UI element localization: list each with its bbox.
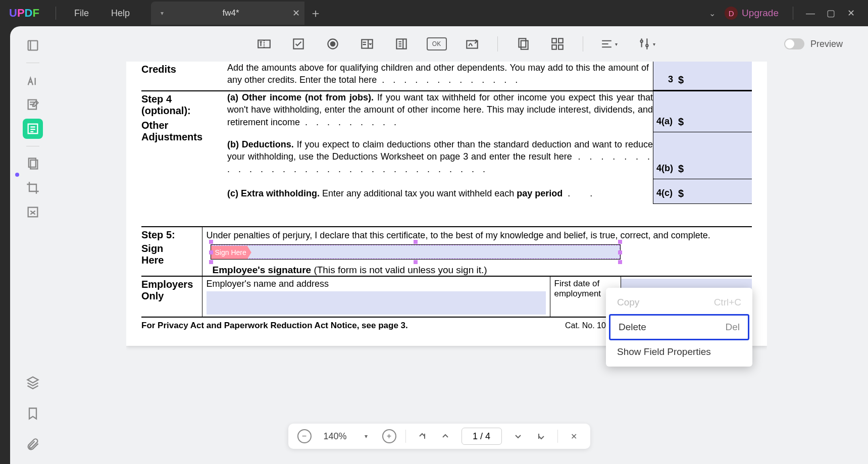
tab-list-dropdown[interactable]: ▾ (151, 2, 173, 25)
employer-name-label: Employer's name and address (207, 279, 546, 289)
step4-optional: (optional): (141, 105, 227, 117)
app-logo: UPDF (0, 7, 48, 20)
field-4c-label: 4(c) (653, 187, 676, 199)
svg-rect-18 (558, 45, 563, 49)
signature-field[interactable]: Sign Here (211, 244, 621, 260)
dropdown-tool-icon[interactable] (358, 35, 376, 53)
4b-text: (b) Deductions. If you expect to claim d… (227, 138, 653, 175)
grid-tool-icon[interactable] (548, 35, 567, 53)
field-4a-label: 4(a) (653, 115, 676, 128)
tab-fw4[interactable]: fw4* ✕ (173, 2, 304, 25)
preview-label: Preview (810, 39, 843, 49)
context-menu: CopyCtrl+C DeleteDel Show Field Properti… (606, 288, 752, 367)
text-field-tool-icon[interactable] (255, 35, 273, 53)
svg-rect-14 (521, 41, 528, 49)
page-number-input[interactable] (462, 428, 502, 445)
edit-tool-icon[interactable] (23, 94, 43, 115)
separator (405, 430, 406, 443)
listbox-tool-icon[interactable] (392, 35, 411, 53)
page-nav-bar: − 140% ▾ + ✕ (288, 424, 590, 449)
last-page-icon[interactable] (534, 429, 548, 443)
credits-label: Credits (141, 64, 176, 75)
window-minimize-icon[interactable]: — (800, 8, 821, 19)
next-page-icon[interactable] (511, 429, 525, 443)
first-page-icon[interactable] (415, 429, 429, 443)
preview-toggle[interactable] (784, 38, 804, 49)
organize-pages-icon[interactable] (23, 153, 43, 174)
radio-tool-icon[interactable] (324, 35, 342, 53)
ctx-copy: CopyCtrl+C (609, 291, 749, 314)
tab-add-button[interactable]: ＋ (304, 5, 327, 21)
employee-signature-label: Employee's signature (213, 265, 312, 275)
document-viewport[interactable]: Credits Add the amounts above for qualif… (126, 62, 767, 429)
form-tool-icon[interactable] (23, 119, 43, 139)
upgrade-badge: D (725, 7, 738, 20)
layers-icon[interactable] (23, 372, 43, 392)
content-area: OK ▾ ▾ Preview Credits Add the amounts a… (10, 26, 868, 464)
separator (497, 36, 498, 51)
copy-field-icon[interactable] (514, 35, 532, 53)
first-date-label: First date of (554, 279, 617, 289)
separator (583, 36, 583, 51)
form-settings-icon[interactable]: ▾ (634, 35, 659, 53)
menu-help[interactable]: Help (100, 8, 141, 19)
menu-file[interactable]: File (63, 8, 100, 19)
comment-tool-icon[interactable] (23, 70, 43, 90)
here-label: Here (141, 254, 200, 266)
separator (26, 63, 39, 63)
sign-here-tag: Sign Here (211, 246, 251, 259)
bookmark-icon[interactable] (23, 403, 43, 424)
upgrade-link[interactable]: Upgrade (742, 8, 779, 19)
step4-adjustments: Adjustments (141, 131, 227, 143)
window-maximize-icon[interactable]: ▢ (821, 8, 841, 19)
4c-text: (c) Extra withholding. Enter any additio… (227, 187, 653, 199)
prev-page-icon[interactable] (438, 429, 452, 443)
svg-rect-13 (519, 38, 526, 47)
svg-rect-16 (558, 38, 563, 43)
employer-name-field[interactable] (207, 291, 546, 315)
step4-label: Step 4 (141, 93, 227, 105)
field-4a-dollar: $ (676, 116, 686, 127)
step5-label: Step 5: (141, 229, 200, 241)
reader-mode-icon[interactable] (23, 35, 43, 56)
privacy-notice: For Privacy Act and Paperwork Reduction … (141, 321, 408, 330)
window-close-icon[interactable]: ✕ (841, 8, 861, 19)
field-4b-dollar: $ (676, 163, 686, 174)
step4-other: Other (141, 120, 227, 131)
ctx-show-field-properties[interactable]: Show Field Properties (609, 340, 749, 364)
tab-title: fw4* (173, 8, 288, 18)
svg-point-20 (646, 44, 648, 46)
svg-rect-15 (552, 38, 556, 43)
field-3-dollar: $ (676, 74, 686, 85)
tab-close-icon[interactable]: ✕ (288, 8, 304, 19)
align-tool-icon[interactable]: ▾ (599, 35, 618, 53)
employers-label: Employers (141, 279, 202, 290)
4a-text: (a) Other income (not from jobs). If you… (227, 91, 653, 128)
zoom-in-button[interactable]: + (382, 429, 396, 443)
signature-tool-icon[interactable] (463, 35, 481, 53)
title-bar: UPDF File Help ▾ fw4* ✕ ＋ ⌄ D Upgrade — … (0, 0, 868, 26)
field-4b-label: 4(b) (653, 162, 676, 175)
sign-label: Sign (141, 243, 200, 254)
zoom-dropdown-icon[interactable]: ▾ (359, 429, 373, 443)
only-label: Only (141, 290, 202, 302)
field-selection-outline (211, 245, 621, 259)
svg-rect-17 (552, 45, 556, 49)
tab-bar: ▾ fw4* ✕ ＋ (151, 0, 327, 26)
crop-tool-icon[interactable] (23, 178, 43, 198)
ctx-delete[interactable]: DeleteDel (609, 314, 749, 340)
close-nav-icon[interactable]: ✕ (567, 429, 581, 443)
chevron-down-icon[interactable]: ⌄ (700, 9, 725, 18)
svg-point-19 (641, 40, 643, 42)
checkbox-tool-icon[interactable] (289, 35, 308, 53)
perjury-text: Under penalties of perjury, I declare th… (207, 229, 752, 241)
redact-tool-icon[interactable] (23, 202, 43, 222)
employee-signature-note: (This form is not valid unless you sign … (311, 265, 487, 275)
zoom-out-button[interactable]: − (297, 429, 311, 443)
attachment-icon[interactable] (23, 435, 43, 455)
field-3-label: 3 (653, 73, 676, 86)
credits-text: Add the amounts above for qualifying chi… (227, 62, 649, 86)
button-tool-icon[interactable]: OK (427, 37, 447, 50)
side-tool-rail (10, 26, 56, 464)
svg-point-9 (330, 42, 335, 46)
